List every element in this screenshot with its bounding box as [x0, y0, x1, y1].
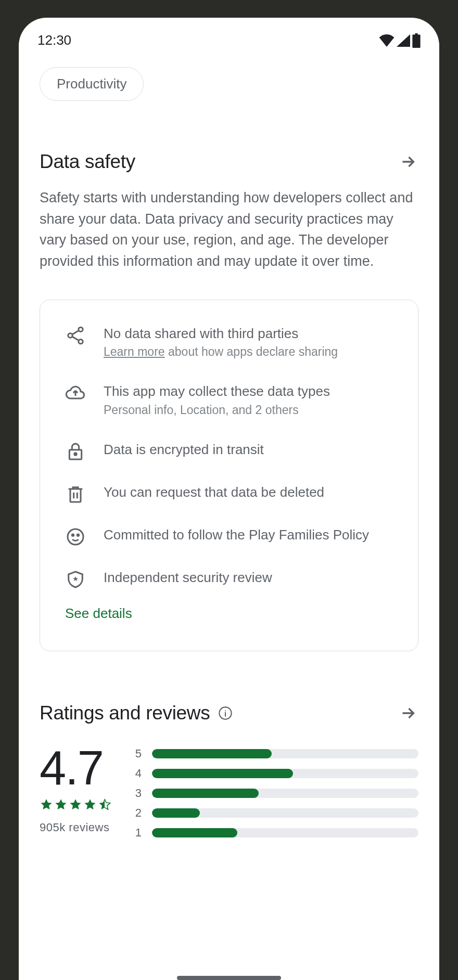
- status-time: 12:30: [37, 32, 71, 48]
- safety-item-sub: Personal info, Location, and 2 others: [104, 403, 393, 417]
- stars-row: [40, 798, 111, 814]
- ratings-header[interactable]: Ratings and reviews: [40, 702, 418, 724]
- star-icon: [69, 798, 82, 814]
- safety-item: You can request that data be deleted: [65, 483, 393, 505]
- rating-summary: 4.7 905k reviews: [40, 744, 111, 834]
- svg-point-4: [74, 453, 77, 455]
- svg-point-0: [79, 327, 83, 331]
- star-half-icon: [98, 798, 111, 814]
- rating-bar-row: 2: [133, 806, 418, 820]
- safety-item-title: Independent security review: [104, 568, 393, 587]
- safety-item: This app may collect these data types Pe…: [65, 382, 393, 417]
- shield-icon: [65, 569, 86, 590]
- ratings-body: 4.7 905k reviews 5 4 3 2 1: [40, 744, 418, 840]
- svg-point-2: [79, 340, 83, 344]
- rating-score: 4.7: [40, 744, 111, 792]
- data-safety-description: Safety starts with understanding how dev…: [40, 187, 418, 272]
- svg-point-6: [72, 534, 73, 536]
- svg-point-7: [77, 534, 79, 536]
- wifi-icon: [379, 34, 395, 47]
- bar-fill: [152, 789, 259, 798]
- rating-bar-row: 3: [133, 786, 418, 800]
- arrow-right-icon[interactable]: [398, 151, 418, 172]
- rating-bar-row: 5: [133, 747, 418, 760]
- svg-point-1: [68, 333, 72, 338]
- rating-bars: 5 4 3 2 1: [133, 744, 418, 840]
- status-bar: 12:30: [19, 18, 439, 53]
- safety-item: Independent security review: [65, 568, 393, 590]
- rating-bar-row: 4: [133, 767, 418, 780]
- star-icon: [83, 798, 97, 814]
- bar-fill: [152, 749, 272, 758]
- cell-signal-icon: [397, 34, 410, 47]
- safety-item-sub: Learn more about how apps declare sharin…: [104, 345, 393, 359]
- see-details-link[interactable]: See details: [65, 605, 393, 622]
- star-icon: [40, 798, 53, 814]
- trash-icon: [65, 484, 86, 505]
- svg-point-5: [68, 529, 83, 545]
- bar-fill: [152, 808, 200, 818]
- learn-more-link[interactable]: Learn more: [104, 345, 165, 358]
- info-icon[interactable]: [218, 706, 233, 720]
- category-chip[interactable]: Productivity: [40, 67, 144, 101]
- review-count: 905k reviews: [40, 821, 111, 834]
- safety-item-title: This app may collect these data types: [104, 382, 393, 401]
- safety-item: No data shared with third parties Learn …: [65, 324, 393, 359]
- battery-icon: [412, 33, 421, 48]
- arrow-right-icon[interactable]: [398, 703, 418, 724]
- safety-item-title: Data is encrypted in transit: [104, 440, 393, 459]
- status-icons: [379, 33, 421, 48]
- star-icon: [54, 798, 68, 814]
- share-icon: [65, 325, 86, 346]
- cloud-upload-icon: [65, 383, 86, 404]
- safety-item-title: Committed to follow the Play Families Po…: [104, 525, 393, 544]
- rating-bar-row: 1: [133, 826, 418, 840]
- lock-icon: [65, 441, 86, 462]
- bar-fill: [152, 828, 237, 837]
- data-safety-card: No data shared with third parties Learn …: [40, 300, 418, 651]
- face-icon: [65, 526, 86, 547]
- ratings-title: Ratings and reviews: [40, 702, 210, 724]
- safety-item: Committed to follow the Play Families Po…: [65, 525, 393, 547]
- data-safety-title: Data safety: [40, 151, 135, 173]
- safety-item-title: No data shared with third parties: [104, 324, 393, 343]
- safety-item-title: You can request that data be deleted: [104, 483, 393, 501]
- bar-fill: [152, 769, 293, 778]
- home-indicator: [177, 976, 281, 980]
- safety-item: Data is encrypted in transit: [65, 440, 393, 462]
- data-safety-header[interactable]: Data safety: [40, 151, 418, 173]
